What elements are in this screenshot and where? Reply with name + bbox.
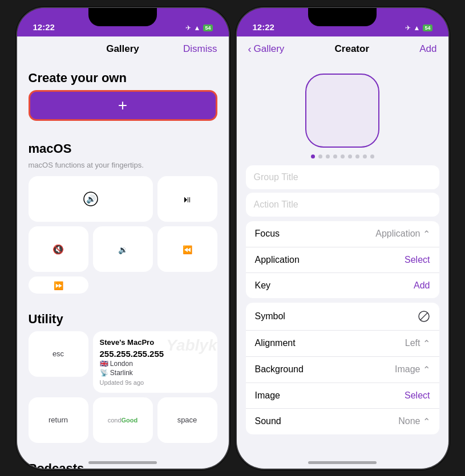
application-label: Application [255, 255, 300, 265]
form-area: Group Title Action Title [237, 165, 448, 217]
right-status-icons: ✈ ▲ 54 [405, 24, 432, 32]
symbol-row[interactable]: Symbol [246, 303, 439, 331]
macos-controls: 🔊 ⏯ 🔇 🔉 [29, 176, 217, 294]
sound-stepper-icon: ⌃ [423, 416, 430, 427]
svg-line-19 [420, 313, 427, 320]
add-button[interactable]: Add [419, 43, 436, 55]
airplane-icon: ✈ [185, 24, 191, 32]
alignment-value: Left ⌃ [405, 338, 430, 349]
gallery-nav: Gallery Dismiss [17, 36, 229, 62]
home-indicator-right [308, 461, 377, 464]
sound-label: Sound [255, 416, 281, 426]
create-plus-icon: + [118, 97, 127, 113]
back-chevron-icon: ‹ [248, 43, 252, 55]
right-battery-level: 54 [423, 25, 432, 31]
dot-2 [318, 154, 322, 158]
mute-icon: 🔇 [50, 241, 67, 258]
rewind-button[interactable]: ⏪ [157, 226, 217, 272]
dot-5 [341, 154, 345, 158]
action-title-input[interactable]: Action Title [246, 193, 439, 217]
creator-nav: ‹ Gallery Creator Add [237, 36, 448, 62]
volume-up-button[interactable]: 🔊 [29, 176, 153, 222]
left-screen: Gallery Dismiss Create your own + macOS … [17, 36, 229, 469]
preview-icon [305, 74, 379, 148]
group-title-input[interactable]: Group Title [246, 165, 439, 189]
svg-text:⏪: ⏪ [183, 245, 193, 255]
right-notch [308, 8, 377, 26]
macos-title: macOS [17, 132, 229, 161]
background-row[interactable]: Background Image ⌃ [246, 357, 439, 383]
focus-value: Application ⌃ [375, 229, 430, 239]
volume-down-button[interactable]: 🔉 [93, 226, 153, 272]
create-section-title: Create your own [17, 62, 229, 90]
alignment-row[interactable]: Alignment Left ⌃ [246, 331, 439, 357]
back-button[interactable]: ‹ Gallery [248, 43, 285, 55]
right-status-bar: 12:22 ✈ ▲ 54 [237, 8, 448, 36]
podcasts-title: Podcasts [17, 452, 229, 469]
alignment-label: Alignment [255, 338, 296, 348]
macos-grid: 🔊 ⏯ 🔇 🔉 [17, 176, 229, 303]
left-phone: 12:22 ✈ ▲ 54 Gallery Dismiss Create your… [16, 7, 230, 470]
application-row[interactable]: Application Select [246, 247, 439, 273]
fast-forward-button[interactable]: ⏩ [29, 276, 88, 294]
key-row[interactable]: Key Add [246, 273, 439, 298]
return-button[interactable]: return [29, 397, 88, 443]
focus-label: Focus [255, 229, 280, 239]
location-starlink: 📡 Starlink [100, 369, 211, 377]
wifi-icon: ▲ [194, 24, 201, 32]
background-label: Background [255, 364, 304, 375]
right-screen: ‹ Gallery Creator Add Gr [237, 36, 448, 469]
volume-down-icon: 🔉 [114, 241, 131, 258]
esc-button[interactable]: esc [29, 331, 88, 377]
location-london: 🇬🇧 London [100, 360, 211, 368]
play-pause-button[interactable]: ⏯ [157, 176, 217, 222]
dot-4 [333, 154, 337, 158]
sound-value: None ⌃ [398, 416, 430, 427]
settings-section-2: Symbol Alignment Left ⌃ [246, 303, 439, 434]
image-label: Image [255, 390, 280, 401]
macos-subtitle: macOS functions at your fingertips. [17, 161, 229, 176]
preview-area [237, 62, 448, 165]
background-stepper-icon: ⌃ [423, 364, 430, 375]
svg-text:🔇: 🔇 [52, 244, 64, 255]
dot-3 [326, 154, 330, 158]
settings-section-1: Focus Application ⌃ Application Select K… [246, 221, 439, 298]
create-button[interactable]: + [29, 90, 217, 121]
play-pause-icon: ⏯ [179, 190, 196, 208]
sound-row[interactable]: Sound None ⌃ [246, 409, 439, 434]
left-time: 12:22 [33, 22, 55, 32]
symbol-label: Symbol [255, 311, 285, 322]
svg-text:⏩: ⏩ [54, 281, 64, 291]
dot-6 [348, 154, 352, 158]
svg-text:🔊: 🔊 [86, 194, 96, 204]
right-airplane-icon: ✈ [405, 24, 411, 32]
creator-title: Creator [335, 43, 369, 55]
dot-1 [311, 154, 315, 158]
right-time: 12:22 [253, 22, 274, 32]
application-value: Select [405, 255, 430, 265]
symbol-icon [418, 310, 430, 323]
slash-circle-icon [418, 310, 430, 323]
page-dots [311, 154, 374, 158]
dismiss-button[interactable]: Dismiss [183, 43, 217, 55]
volume-up-icon: 🔊 [82, 190, 99, 208]
back-label: Gallery [254, 43, 285, 55]
image-row[interactable]: Image Select [246, 383, 439, 409]
key-label: Key [255, 280, 271, 291]
image-value: Select [405, 390, 430, 401]
right-phone: 12:22 ✈ ▲ 54 ‹ Gallery Creator Add [236, 7, 450, 470]
right-wifi-icon: ▲ [414, 24, 420, 32]
utility-title: Utility [17, 303, 229, 331]
left-status-icons: ✈ ▲ 54 [185, 24, 213, 32]
svg-text:⏯: ⏯ [183, 194, 192, 204]
mute-button[interactable]: 🔇 [29, 226, 88, 272]
home-indicator-left [88, 461, 157, 464]
svg-text:🔉: 🔉 [118, 245, 128, 255]
fast-forward-icon: ⏩ [50, 276, 67, 294]
last-updated: Updated 9s ago [100, 379, 211, 386]
space-button[interactable]: space [157, 397, 217, 443]
left-notch [88, 8, 157, 26]
cond-button[interactable]: condGood [93, 397, 153, 443]
settings-list: Focus Application ⌃ Application Select K… [237, 221, 448, 434]
focus-row[interactable]: Focus Application ⌃ [246, 221, 439, 247]
